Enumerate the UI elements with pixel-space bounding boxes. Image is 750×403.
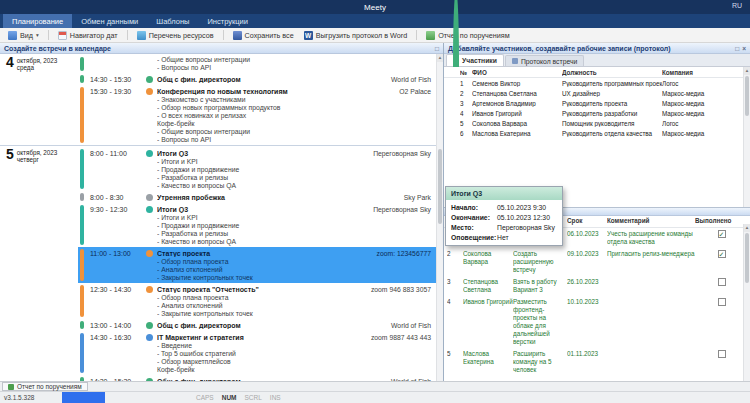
column-header: Комментарий [607, 217, 695, 225]
event-title: IT Маркетинг и стратегия [157, 334, 365, 341]
task-done-cell [695, 278, 748, 294]
participant-number: 3 [460, 100, 472, 107]
event-time: 11:00 - 13:00 [90, 250, 146, 257]
indicator-caps: CAPS [196, 394, 214, 401]
event-agenda-item: - Закрытие контрольных точек [157, 274, 431, 282]
calendar-event[interactable]: 14:30 - 15:30Общ с фин. директоромWorld … [78, 73, 437, 85]
event-agenda: - Введение- Top 5 ошибок стратегий- Обзо… [157, 342, 431, 374]
calendar-event[interactable]: 13:00 - 14:00Общ с фин. директоромWorld … [78, 319, 437, 331]
done-checkbox[interactable] [718, 250, 726, 258]
event-agenda-item: - Обзор плана проекта [157, 294, 431, 302]
column-header: № [460, 69, 472, 76]
pin-icon[interactable]: □ [435, 44, 439, 53]
dock-tab-tasks-report[interactable]: Отчет по поручениям [2, 382, 88, 391]
tab-protocol[interactable]: Протокол встречи [505, 55, 584, 66]
done-checkbox[interactable] [718, 350, 726, 358]
participant-row[interactable]: 5Соколова ВарвараПомощник руководителяЛо… [444, 118, 750, 128]
participants-scrollbar[interactable]: ▲ [743, 67, 750, 207]
calendar-event[interactable]: - Общие вопросы интеграции- Вопросы по A… [78, 55, 437, 73]
column-header: ФИО [472, 69, 562, 76]
tasks-report-icon [426, 31, 435, 40]
protocol-icon [512, 58, 518, 64]
report-icon [8, 384, 14, 390]
scroll-up-icon[interactable]: ▲ [744, 67, 750, 75]
save-all-icon [233, 31, 242, 40]
toolbar-button[interactable]: Перечень ресурсов [133, 30, 218, 41]
calendar-event[interactable]: 8:00 - 8:30Утренняя пробежкаSky Park [78, 191, 437, 203]
menu-tab[interactable]: Планирование [3, 14, 72, 28]
task-comment [607, 350, 695, 374]
scrollbar-thumb[interactable] [745, 233, 749, 283]
scrollbar-thumb[interactable] [438, 149, 442, 224]
day-number: 4 [6, 56, 14, 69]
menu-tab[interactable]: Обмен данными [72, 14, 147, 28]
task-text: Разместить фронтенд-проекты на облаке дл… [513, 298, 567, 346]
scroll-up-icon[interactable]: ▲ [437, 54, 443, 62]
task-row[interactable]: 5Маслова ЕкатеринаРасширить команду на 5… [444, 348, 750, 376]
event-icon [146, 250, 153, 257]
language-badge[interactable]: RU [732, 2, 742, 9]
toolbar-button[interactable]: Выгрузить протокол в Word [300, 30, 412, 41]
toolbar-button[interactable]: Вид▾ [4, 30, 43, 41]
calendar-event[interactable]: 14:30 - 15:30Общ с фин. директоромWorld … [78, 375, 437, 381]
event-location: zoom: 123456777 [377, 250, 431, 257]
tooltip-title: Итоги Q3 [446, 187, 562, 200]
event-agenda-item: - Качество и вопросы QA [157, 182, 431, 190]
event-body: 14:30 - 16:30IT Маркетинг и стратегияzoo… [90, 332, 431, 374]
scroll-up-icon[interactable]: ▲ [744, 224, 750, 232]
calendar-event[interactable]: 14:30 - 16:30IT Маркетинг и стратегияzoo… [78, 331, 437, 375]
done-checkbox[interactable] [718, 230, 726, 238]
close-icon[interactable]: × [742, 44, 746, 53]
task-number: 4 [447, 298, 463, 346]
done-checkbox[interactable] [718, 278, 726, 286]
task-due-date: 06.10.2023 [567, 230, 607, 246]
menu-tab[interactable]: Шаблоны [147, 14, 198, 28]
event-time: 8:00 - 8:30 [90, 194, 146, 201]
keyboard-indicators: CAPSNUMSCRLINS [196, 394, 281, 401]
participant-row[interactable]: 2Степанцова СветланаUX дизайнерМаркос-ме… [444, 88, 750, 98]
event-agenda-item: - Закрытие контрольных точек [157, 310, 431, 318]
tab-participants[interactable]: Участники [446, 54, 504, 66]
task-row[interactable]: 4Иванов ГригорийРазместить фронтенд-прое… [444, 296, 750, 348]
main-area: Создайте встречи в календаре □ 4октября,… [0, 43, 750, 381]
task-due-date: 26.10.2023 [567, 278, 607, 294]
participant-row[interactable]: 3Артемонов ВладимирРуководитель проектаМ… [444, 98, 750, 108]
participant-row[interactable]: 6Маслова ЕкатеринаРуководитель отдела ка… [444, 128, 750, 138]
calendar-event[interactable]: 8:00 - 11:00Итоги Q3Переговорная Sky- Ит… [78, 147, 437, 191]
event-header-line: 8:00 - 11:00Итоги Q3Переговорная Sky [90, 148, 431, 158]
toolbar-button[interactable]: Отчет по поручениям [422, 30, 514, 41]
pin-icon[interactable]: □ [735, 44, 739, 53]
event-color-strip [80, 75, 84, 83]
event-time: 13:00 - 14:00 [90, 322, 146, 329]
event-icon [146, 194, 153, 201]
date-navigator-icon [58, 31, 67, 40]
event-agenda-item: - Вопросы по API [157, 64, 431, 72]
participant-row[interactable]: 1Семенов ВикторРуководитель программных … [444, 78, 750, 88]
participant-number: 2 [460, 90, 472, 97]
calendar-scrollbar[interactable]: ▲ [436, 54, 443, 381]
tasks-scrollbar[interactable]: ▲ [743, 224, 750, 381]
task-row[interactable]: 3Степанцова СветланаВзять в работу Вариа… [444, 276, 750, 296]
calendar-event[interactable]: 15:30 - 19:30Конференция по новым технол… [78, 85, 437, 145]
calendar-event[interactable]: 12:30 - 14:30Статус проекта "Отчетность"… [78, 283, 437, 319]
event-location: Переговорная Sky [373, 150, 431, 157]
toolbar-button[interactable]: Навигатор дат [54, 30, 122, 41]
task-number: 5 [447, 350, 463, 374]
task-comment [607, 278, 695, 294]
scrollbar-thumb[interactable] [745, 76, 749, 116]
participant-row[interactable]: 4Иванов ГригорийРуководитель разработкиМ… [444, 108, 750, 118]
menu-tab[interactable]: Инструкции [198, 14, 257, 28]
calendar-panel: Создайте встречи в календаре □ 4октября,… [0, 43, 444, 381]
chevron-down-icon: ▾ [36, 32, 39, 38]
event-icon [146, 322, 153, 329]
event-color-strip [80, 249, 84, 281]
calendar-event[interactable]: 9:30 - 12:30Итоги Q3Переговорная Sky- Ит… [78, 203, 437, 247]
event-agenda-item: - Качество и вопросы QA [157, 238, 431, 246]
toolbar-button[interactable]: Сохранить все [229, 30, 298, 41]
participant-position: Руководитель отдела качества [562, 130, 662, 137]
done-checkbox[interactable] [718, 298, 726, 306]
task-row[interactable]: 2Соколова ВарвараСоздать расширенную вст… [444, 248, 750, 276]
task-assignee: Соколова Варвара [463, 250, 513, 274]
calendar-event[interactable]: 11:00 - 13:00Статус проектаzoom: 1234567… [78, 247, 437, 283]
indicator-num: NUM [222, 394, 237, 401]
